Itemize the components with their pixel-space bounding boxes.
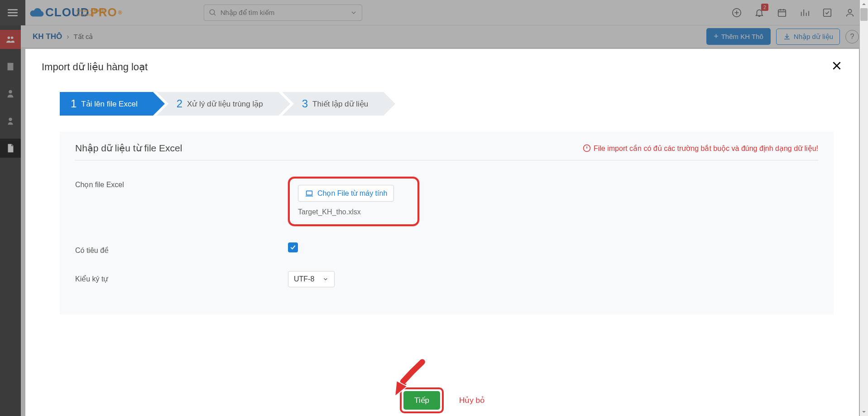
- svg-point-5: [8, 37, 10, 39]
- charset-value: UTF-8: [294, 275, 314, 283]
- svg-point-6: [11, 37, 13, 39]
- analytics-button[interactable]: [799, 7, 810, 18]
- label-choose-file: Chọn file Excel: [75, 177, 288, 189]
- tasks-button[interactable]: [822, 7, 833, 18]
- step-1[interactable]: 1 Tải lên file Excel: [60, 92, 153, 116]
- top-header: CLOUDPRO® Cloud CRM by Industry 2: [0, 0, 868, 25]
- notif-badge: 2: [761, 4, 768, 11]
- sidebar-item-leads[interactable]: [0, 30, 21, 49]
- search-input[interactable]: [221, 9, 350, 16]
- chart-icon: [800, 8, 810, 18]
- svg-rect-2: [778, 10, 786, 16]
- plus-icon: +: [714, 32, 719, 41]
- charset-select[interactable]: UTF-8: [288, 271, 335, 287]
- breadcrumb: KH THÔ › Tất cả: [33, 32, 93, 41]
- check-icon: [289, 244, 297, 251]
- cancel-button[interactable]: Hủy bỏ: [459, 396, 484, 405]
- selected-file-name: Target_KH_tho.xlsx: [298, 208, 409, 216]
- hamburger-icon: [7, 7, 19, 19]
- breadcrumb-main[interactable]: KH THÔ: [33, 32, 62, 41]
- svg-rect-11: [307, 191, 312, 195]
- row-choose-file: Chọn file Excel Chọn File từ máy tính Ta…: [75, 177, 818, 226]
- svg-rect-7: [8, 63, 14, 71]
- next-highlight-annotation: Tiếp: [400, 387, 444, 413]
- info-icon: [583, 144, 591, 152]
- has-header-checkbox[interactable]: [288, 242, 298, 252]
- building-icon: [5, 62, 15, 72]
- scroll-down-icon[interactable]: [861, 409, 867, 415]
- scrollbar[interactable]: [860, 0, 868, 416]
- modal-title: Import dữ liệu hàng loạt: [42, 61, 148, 73]
- warning-message: File import cần có đủ các trường bắt buộ…: [583, 144, 818, 153]
- svg-point-4: [848, 9, 851, 12]
- breadcrumb-sep: ›: [67, 33, 69, 41]
- laptop-icon: [305, 190, 314, 197]
- svg-point-8: [9, 90, 12, 93]
- search-icon: [209, 9, 217, 17]
- label-charset: Kiểu ký tự: [75, 271, 288, 283]
- add-button[interactable]: [731, 7, 742, 18]
- sub-header: KH THÔ › Tất cả + Thêm KH Thô Nhập dữ li…: [0, 25, 868, 48]
- card-header: Nhập dữ liệu từ file Excel File import c…: [75, 143, 818, 160]
- sidebar-item-person[interactable]: [0, 111, 21, 131]
- global-search[interactable]: [204, 5, 362, 21]
- label-has-header: Có tiêu đề: [75, 242, 288, 255]
- upload-card: Nhập dữ liệu từ file Excel File import c…: [60, 132, 834, 314]
- hamburger-menu[interactable]: [0, 0, 25, 25]
- user-icon: [845, 8, 855, 18]
- document-icon: [5, 143, 15, 153]
- download-icon: [783, 33, 791, 41]
- logo-subtitle: Cloud CRM by Industry: [77, 9, 122, 17]
- step-2[interactable]: 2 Xử lý dữ liệu trùng lặp: [157, 92, 278, 116]
- sub-header-actions: + Thêm KH Thô Nhập dữ liệu ?: [706, 28, 859, 45]
- svg-point-9: [9, 118, 12, 121]
- card-title: Nhập dữ liệu từ file Excel: [75, 143, 182, 154]
- close-button[interactable]: [831, 60, 843, 74]
- row-charset: Kiểu ký tự UTF-8: [75, 271, 818, 287]
- header-actions: 2: [731, 7, 868, 18]
- file-highlight-annotation: Chọn File từ máy tính Target_KH_tho.xlsx: [288, 177, 419, 226]
- logo[interactable]: CLOUDPRO® Cloud CRM by Industry: [29, 5, 122, 19]
- next-button[interactable]: Tiếp: [403, 391, 440, 410]
- person-icon: [5, 116, 15, 126]
- calendar-button[interactable]: [777, 7, 787, 18]
- calendar-icon: [777, 8, 787, 18]
- close-icon: [831, 60, 843, 72]
- svg-point-0: [210, 10, 215, 15]
- check-square-icon: [822, 8, 832, 18]
- users-icon: [5, 34, 15, 44]
- notifications-button[interactable]: 2: [754, 7, 765, 18]
- plus-circle-icon: [732, 8, 742, 18]
- svg-rect-3: [824, 9, 831, 16]
- step-3[interactable]: 3 Thiết lập dữ liệu: [282, 92, 384, 116]
- cloud-icon: [29, 6, 44, 19]
- sidebar-item-company[interactable]: [0, 57, 21, 76]
- scroll-up-icon[interactable]: [861, 1, 867, 7]
- chevron-down-icon: [322, 276, 329, 282]
- choose-file-button[interactable]: Chọn File từ máy tính: [298, 185, 394, 202]
- chevron-down-icon[interactable]: [350, 9, 357, 17]
- wizard-stepper: 1 Tải lên file Excel 2 Xử lý dữ liệu trù…: [60, 92, 843, 116]
- left-sidebar: [0, 25, 21, 416]
- modal-header: Import dữ liệu hàng loạt: [42, 60, 843, 74]
- user-tie-icon: [5, 89, 15, 99]
- modal-footer: Tiếp Hủy bỏ: [25, 387, 859, 413]
- profile-button[interactable]: [844, 7, 855, 18]
- row-has-header: Có tiêu đề: [75, 242, 818, 255]
- breadcrumb-sub[interactable]: Tất cả: [74, 33, 93, 41]
- sidebar-item-contact[interactable]: [0, 84, 21, 103]
- import-data-button[interactable]: Nhập dữ liệu: [776, 29, 840, 45]
- help-button[interactable]: ?: [845, 30, 859, 44]
- import-modal: Import dữ liệu hàng loạt 1 Tải lên file …: [25, 49, 859, 416]
- add-kh-tho-button[interactable]: + Thêm KH Thô: [706, 28, 771, 45]
- scroll-thumb[interactable]: [860, 8, 868, 21]
- sidebar-item-document[interactable]: [0, 139, 21, 158]
